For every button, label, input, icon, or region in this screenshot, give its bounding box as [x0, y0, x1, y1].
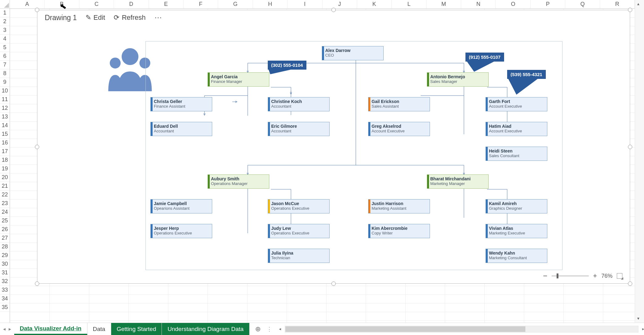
- column-header[interactable]: H: [253, 0, 288, 8]
- scroll-thumb[interactable]: [285, 326, 526, 332]
- row-header[interactable]: 2: [0, 17, 10, 26]
- row-header[interactable]: 8: [0, 69, 10, 78]
- sheet-tab[interactable]: Getting Started: [111, 323, 162, 335]
- org-node[interactable]: Wendy Kahn Marketing Consultant: [486, 249, 547, 263]
- column-header[interactable]: A: [10, 0, 44, 8]
- scroll-left-icon[interactable]: ◂: [279, 326, 281, 331]
- org-node[interactable]: Greg Akselrod Account Executive: [368, 122, 430, 136]
- row-header[interactable]: 28: [0, 243, 10, 251]
- sheet-tab[interactable]: Understanding Diagram Data: [162, 323, 249, 335]
- column-header[interactable]: Q: [565, 0, 600, 8]
- column-header[interactable]: J: [322, 0, 357, 8]
- row-header[interactable]: 35: [0, 303, 10, 312]
- fit-to-window-icon[interactable]: [617, 273, 622, 279]
- org-node[interactable]: Gail Erickson Sales Assistant: [368, 97, 430, 111]
- horizontal-scrollbar[interactable]: ◂ ▸: [285, 326, 638, 333]
- resize-handle[interactable]: [331, 8, 336, 12]
- column-header[interactable]: F: [183, 0, 218, 8]
- tab-split-handle-icon[interactable]: ⋮: [266, 326, 272, 333]
- org-node[interactable]: Hatim Aiad Account Executive: [486, 122, 547, 136]
- org-node[interactable]: Heidi Steen Sales Consultant: [486, 147, 547, 161]
- column-header[interactable]: I: [288, 0, 322, 8]
- scroll-down-icon[interactable]: ▾: [637, 316, 639, 321]
- sheet-tab[interactable]: Data: [87, 323, 111, 335]
- row-header[interactable]: 13: [0, 113, 10, 121]
- row-header[interactable]: 4: [0, 35, 10, 43]
- row-header[interactable]: 16: [0, 139, 10, 147]
- select-all-triangle[interactable]: [0, 0, 10, 9]
- column-header[interactable]: E: [149, 0, 183, 8]
- org-node-mkt-mgr[interactable]: Bharat Mirchandani Marketing Manager: [427, 174, 489, 189]
- org-node[interactable]: Jesper Herp Operations Executive: [150, 224, 212, 238]
- column-header[interactable]: D: [114, 0, 149, 8]
- tab-nav-first-icon[interactable]: ◂: [3, 326, 6, 332]
- row-header[interactable]: 5: [0, 43, 10, 52]
- org-node[interactable]: Christa Geller Finance Assistant: [150, 97, 212, 111]
- row-header[interactable]: 15: [0, 130, 10, 139]
- row-header[interactable]: 34: [0, 294, 10, 303]
- column-header[interactable]: G: [218, 0, 253, 8]
- row-header[interactable]: 21: [0, 182, 10, 191]
- org-node[interactable]: Kamil Amireh Graphics Designer: [486, 199, 547, 213]
- add-sheet-button[interactable]: ⊕: [250, 325, 266, 333]
- row-header[interactable]: 12: [0, 104, 10, 113]
- row-header[interactable]: 14: [0, 121, 10, 130]
- column-header[interactable]: C: [79, 0, 114, 8]
- resize-handle[interactable]: [628, 281, 632, 286]
- drawing-object[interactable]: Drawing 1 ✎ Edit ⟳ Refresh ⋯: [37, 10, 630, 284]
- org-node[interactable]: Justin Harrison Marketing Assistant: [368, 199, 430, 213]
- row-header[interactable]: 29: [0, 251, 10, 260]
- row-header[interactable]: 27: [0, 234, 10, 243]
- org-node[interactable]: Kim Abercrombie Copy Writer: [368, 224, 430, 238]
- row-header[interactable]: 6: [0, 52, 10, 61]
- org-node[interactable]: Julia Ilyina Technician: [268, 249, 330, 263]
- column-header[interactable]: K: [357, 0, 392, 8]
- resize-handle[interactable]: [628, 8, 632, 12]
- scroll-right-icon[interactable]: ▸: [642, 326, 644, 331]
- more-menu-icon[interactable]: ⋯: [154, 13, 162, 22]
- row-header[interactable]: 22: [0, 191, 10, 199]
- org-node[interactable]: Judy Lew Operations Executive: [268, 224, 330, 238]
- refresh-button[interactable]: ⟳ Refresh: [114, 14, 145, 22]
- resize-handle[interactable]: [35, 281, 39, 286]
- row-header[interactable]: 9: [0, 78, 10, 87]
- resize-handle[interactable]: [331, 281, 336, 286]
- row-header[interactable]: 18: [0, 156, 10, 165]
- row-header[interactable]: 3: [0, 26, 10, 35]
- row-header[interactable]: 17: [0, 147, 10, 156]
- column-header[interactable]: L: [392, 0, 426, 8]
- row-header[interactable]: 1: [0, 9, 10, 17]
- org-node[interactable]: Eric Gilmore Accountant: [268, 122, 330, 136]
- row-header[interactable]: 19: [0, 165, 10, 173]
- row-header[interactable]: 25: [0, 217, 10, 225]
- sheet-tab[interactable]: Data Visualizer Add-in: [14, 323, 87, 335]
- resize-handle[interactable]: [35, 8, 39, 12]
- row-header[interactable]: 31: [0, 268, 10, 277]
- row-header[interactable]: 10: [0, 87, 10, 95]
- column-header[interactable]: R: [600, 0, 635, 8]
- row-header[interactable]: 32: [0, 277, 10, 286]
- edit-button[interactable]: ✎ Edit: [86, 14, 105, 22]
- org-node[interactable]: Christine Koch Accountant: [268, 97, 330, 111]
- resize-handle[interactable]: [35, 145, 39, 149]
- vertical-scrollbar[interactable]: ▴ ▾: [635, 0, 644, 323]
- row-header[interactable]: 30: [0, 260, 10, 268]
- tab-nav-last-icon[interactable]: ▸: [9, 326, 11, 332]
- org-node-ops-mgr[interactable]: Aubury Smith Operations Manager: [208, 174, 269, 189]
- org-node[interactable]: Jamie Campbell Opearions Assistant: [150, 199, 212, 213]
- column-header[interactable]: M: [427, 0, 461, 8]
- row-header[interactable]: 23: [0, 199, 10, 208]
- org-node-ceo[interactable]: Alex Darrow CEO: [322, 46, 384, 60]
- zoom-out-button[interactable]: −: [543, 272, 547, 280]
- org-node[interactable]: Vivian Atlas Marketing Executive: [486, 224, 547, 238]
- zoom-in-button[interactable]: +: [593, 272, 597, 280]
- column-header[interactable]: N: [461, 0, 496, 8]
- org-node[interactable]: Eduard Dell Accountant: [150, 122, 212, 136]
- resize-handle[interactable]: [628, 145, 632, 149]
- row-header[interactable]: 26: [0, 225, 10, 234]
- org-node-finance-mgr[interactable]: Angel Garcia Finance Manager: [208, 72, 269, 87]
- row-header[interactable]: 11: [0, 95, 10, 104]
- scroll-up-icon[interactable]: ▴: [637, 1, 639, 6]
- row-header[interactable]: 7: [0, 61, 10, 69]
- row-header[interactable]: 33: [0, 286, 10, 294]
